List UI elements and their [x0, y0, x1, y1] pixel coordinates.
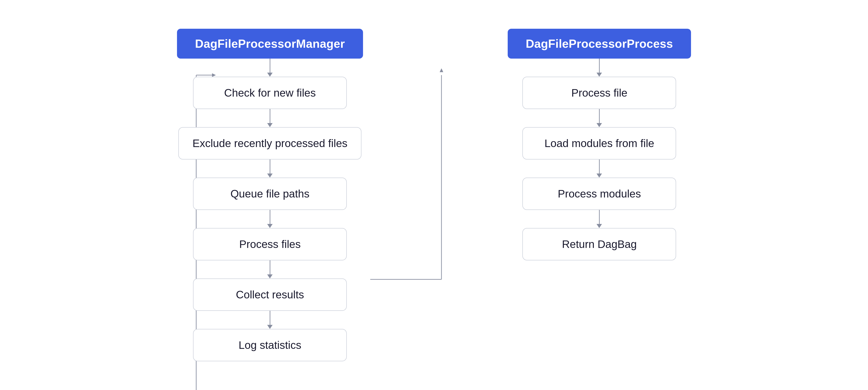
left-header-text: DagFileProcessorManager	[195, 37, 345, 50]
right-column: DagFileProcessorProcess Process file Loa…	[508, 29, 691, 361]
step-collect-results: Collect results	[193, 278, 347, 311]
arrow-1	[267, 59, 273, 77]
step-return-dagbag: Return DagBag	[522, 228, 676, 260]
step-exclude-files: Exclude recently processed files	[178, 127, 362, 159]
left-column: DagFileProcessorManager Check for new fi…	[177, 29, 363, 361]
right-arrow-2	[596, 109, 602, 127]
right-arrow-3	[596, 159, 602, 178]
step-load-modules: Load modules from file	[522, 127, 676, 159]
arrow-6	[267, 311, 273, 329]
step-process-files: Process files	[193, 228, 347, 260]
step-check-files: Check for new files	[193, 77, 347, 109]
right-header-text: DagFileProcessorProcess	[526, 37, 673, 50]
right-header: DagFileProcessorProcess	[508, 29, 691, 59]
left-header: DagFileProcessorManager	[177, 29, 363, 59]
arrow-3	[267, 159, 273, 178]
step-process-modules: Process modules	[522, 178, 676, 210]
step-process-file: Process file	[522, 77, 676, 109]
arrow-2	[267, 109, 273, 127]
svg-marker-6	[440, 68, 443, 72]
arrow-5	[267, 260, 273, 278]
step-queue-paths: Queue file paths	[193, 178, 347, 210]
right-arrow-1	[596, 59, 602, 77]
arrow-4	[267, 210, 273, 228]
step-log-statistics: Log statistics	[193, 329, 347, 361]
right-arrow-4	[596, 210, 602, 228]
